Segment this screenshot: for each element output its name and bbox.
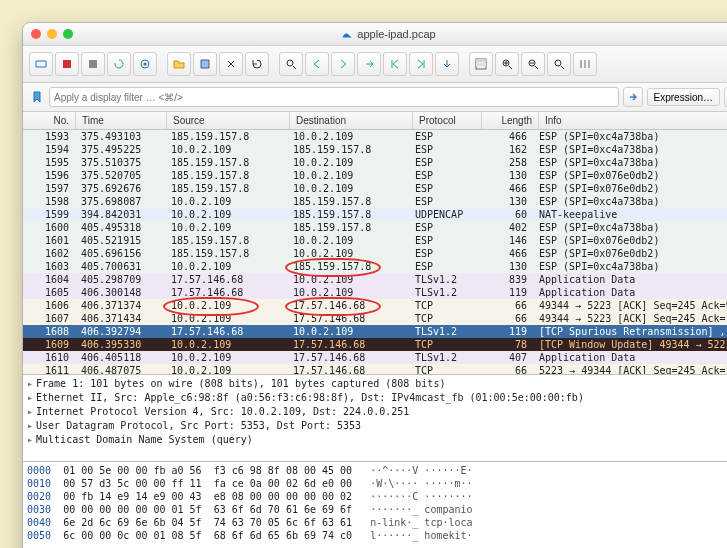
col-info[interactable]: Info: [539, 112, 727, 129]
prev-packet-button[interactable]: [305, 52, 329, 76]
packet-details-pane[interactable]: ▸Frame 1: 101 bytes on wire (808 bits), …: [23, 375, 727, 462]
cell: 406.395330: [75, 338, 165, 351]
packet-row[interactable]: 1600405.49531810.0.2.109185.159.157.8ESP…: [23, 221, 727, 234]
go-to-packet-button[interactable]: [357, 52, 381, 76]
options-button[interactable]: [133, 52, 157, 76]
cell: 17.57.146.68: [287, 312, 409, 325]
close-icon[interactable]: [31, 29, 41, 39]
cell: 10.0.2.109: [165, 299, 287, 312]
last-packet-button[interactable]: [409, 52, 433, 76]
disclosure-triangle-icon[interactable]: ▸: [27, 378, 33, 389]
col-len[interactable]: Length: [482, 112, 539, 129]
interfaces-button[interactable]: [29, 52, 53, 76]
proto-tree-item[interactable]: ▸Multicast Domain Name System (query): [27, 433, 727, 447]
next-packet-button[interactable]: [331, 52, 355, 76]
cell: ESP: [409, 143, 477, 156]
proto-tree-item[interactable]: ▸User Datagram Protocol, Src Port: 5353,…: [27, 419, 727, 433]
cell: 405.298709: [75, 273, 165, 286]
resize-columns-button[interactable]: [573, 52, 597, 76]
packet-row[interactable]: 1609406.39533010.0.2.10917.57.146.68TCP7…: [23, 338, 727, 351]
col-dst[interactable]: Destination: [290, 112, 413, 129]
col-time[interactable]: Time: [76, 112, 167, 129]
cell: Application Data: [533, 351, 727, 364]
packet-row[interactable]: 1611406.48707510.0.2.10917.57.146.68TCP6…: [23, 364, 727, 374]
packet-row[interactable]: 1610406.40511810.0.2.10917.57.146.68TLSv…: [23, 351, 727, 364]
col-src[interactable]: Source: [167, 112, 290, 129]
packet-row[interactable]: 1598375.69808710.0.2.109185.159.157.8ESP…: [23, 195, 727, 208]
packet-row[interactable]: 1608406.39279417.57.146.6810.0.2.109TLSv…: [23, 325, 727, 338]
expression-button[interactable]: Expression…: [647, 88, 720, 106]
packet-list-pane[interactable]: No. Time Source Destination Protocol Len…: [23, 112, 727, 375]
display-filter-input[interactable]: [49, 87, 619, 107]
cell: 10.0.2.109: [287, 273, 409, 286]
auto-scroll-button[interactable]: [435, 52, 459, 76]
col-no[interactable]: No.: [23, 112, 76, 129]
packet-row[interactable]: 1603405.70063110.0.2.109185.159.157.8ESP…: [23, 260, 727, 273]
zoom-out-button[interactable]: [521, 52, 545, 76]
save-button[interactable]: [193, 52, 217, 76]
proto-tree-item[interactable]: ▸Frame 1: 101 bytes on wire (808 bits), …: [27, 377, 727, 391]
reload-button[interactable]: [245, 52, 269, 76]
col-proto[interactable]: Protocol: [413, 112, 482, 129]
svg-rect-0: [63, 60, 71, 68]
cell: ESP (SPI=0x076e0db2): [533, 234, 727, 247]
cell: 78: [477, 338, 533, 351]
packet-row[interactable]: 1597375.692676185.159.157.810.0.2.109ESP…: [23, 182, 727, 195]
cell: 5223 → 49344 [ACK] Seq=245 Ack=1380 Win=…: [533, 364, 727, 374]
packet-row[interactable]: 1593375.493103185.159.157.810.0.2.109ESP…: [23, 130, 727, 143]
cell: 162: [477, 143, 533, 156]
filter-apply-button[interactable]: [623, 87, 643, 107]
zoom-reset-button[interactable]: [547, 52, 571, 76]
hex-row[interactable]: 0020 00 fb 14 e9 14 e9 00 43 e8 08 00 00…: [27, 490, 727, 503]
cell: 17.57.146.68: [287, 338, 409, 351]
start-capture-button[interactable]: [55, 52, 79, 76]
main-toolbar: [23, 46, 727, 83]
packet-row[interactable]: 1605406.30014817.57.146.6810.0.2.109TLSv…: [23, 286, 727, 299]
cell: ESP: [409, 247, 477, 260]
packet-list-body[interactable]: 1593375.493103185.159.157.810.0.2.109ESP…: [23, 130, 727, 374]
restart-capture-button[interactable]: [107, 52, 131, 76]
zoom-icon[interactable]: [63, 29, 73, 39]
cell: 130: [477, 260, 533, 273]
cell: 10.0.2.109: [165, 338, 287, 351]
packet-row[interactable]: 1594375.49522510.0.2.109185.159.157.8ESP…: [23, 143, 727, 156]
proto-tree-item[interactable]: ▸Internet Protocol Version 4, Src: 10.0.…: [27, 405, 727, 419]
packet-row[interactable]: 1601405.521915185.159.157.810.0.2.109ESP…: [23, 234, 727, 247]
packet-row[interactable]: 1606406.37137410.0.2.10917.57.146.68TCP6…: [23, 299, 727, 312]
cell: 402: [477, 221, 533, 234]
first-packet-button[interactable]: [383, 52, 407, 76]
packet-row[interactable]: 1604405.29870917.57.146.6810.0.2.109TLSv…: [23, 273, 727, 286]
disclosure-triangle-icon[interactable]: ▸: [27, 392, 33, 403]
colorize-button[interactable]: [469, 52, 493, 76]
packet-row[interactable]: 1602405.696156185.159.157.810.0.2.109ESP…: [23, 247, 727, 260]
disclosure-triangle-icon[interactable]: ▸: [27, 420, 33, 431]
cell: 17.57.146.68: [165, 325, 287, 338]
disclosure-triangle-icon[interactable]: ▸: [27, 406, 33, 417]
hex-row[interactable]: 0010 00 57 d3 5c 00 00 ff 11 fa ce 0a 00…: [27, 477, 727, 490]
packet-bytes-pane[interactable]: 0000 01 00 5e 00 00 fb a0 56 f3 c6 98 8f…: [23, 462, 727, 548]
bookmark-icon[interactable]: [29, 89, 45, 105]
cell: 405.700631: [75, 260, 165, 273]
cell: 119: [477, 286, 533, 299]
hex-row[interactable]: 0040 6e 2d 6c 69 6e 6b 04 5f 74 63 70 05…: [27, 516, 727, 529]
cell: ESP: [409, 182, 477, 195]
zoom-in-button[interactable]: [495, 52, 519, 76]
packet-list-header[interactable]: No. Time Source Destination Protocol Len…: [23, 112, 727, 130]
disclosure-triangle-icon[interactable]: ▸: [27, 434, 33, 445]
find-button[interactable]: [279, 52, 303, 76]
hex-row[interactable]: 0000 01 00 5e 00 00 fb a0 56 f3 c6 98 8f…: [27, 464, 727, 477]
packet-row[interactable]: 1596375.520705185.159.157.810.0.2.109ESP…: [23, 169, 727, 182]
packet-row[interactable]: 1607406.37143410.0.2.10917.57.146.68TCP6…: [23, 312, 727, 325]
cell: 185.159.157.8: [287, 260, 409, 273]
packet-row[interactable]: 1599394.84203110.0.2.109185.159.157.8UDP…: [23, 208, 727, 221]
hex-row[interactable]: 0050 6c 00 00 0c 00 01 08 5f 68 6f 6d 65…: [27, 529, 727, 542]
window-title: apple-ipad.pcap: [83, 28, 694, 40]
packet-row[interactable]: 1595375.510375185.159.157.810.0.2.109ESP…: [23, 156, 727, 169]
close-file-button[interactable]: [219, 52, 243, 76]
open-button[interactable]: [167, 52, 191, 76]
stop-capture-button[interactable]: [81, 52, 105, 76]
proto-tree-item[interactable]: ▸Ethernet II, Src: Apple_c6:98:8f (a0:56…: [27, 391, 727, 405]
minimize-icon[interactable]: [47, 29, 57, 39]
hex-row[interactable]: 0030 00 00 00 00 00 00 01 5f 63 6f 6d 70…: [27, 503, 727, 516]
cell: 10.0.2.109: [287, 325, 409, 338]
